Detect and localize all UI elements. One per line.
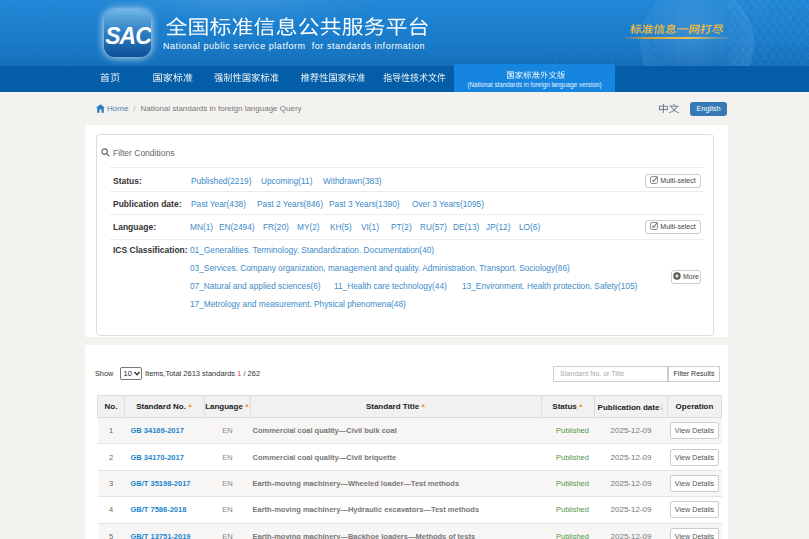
- svg-text:SAC: SAC: [105, 23, 151, 49]
